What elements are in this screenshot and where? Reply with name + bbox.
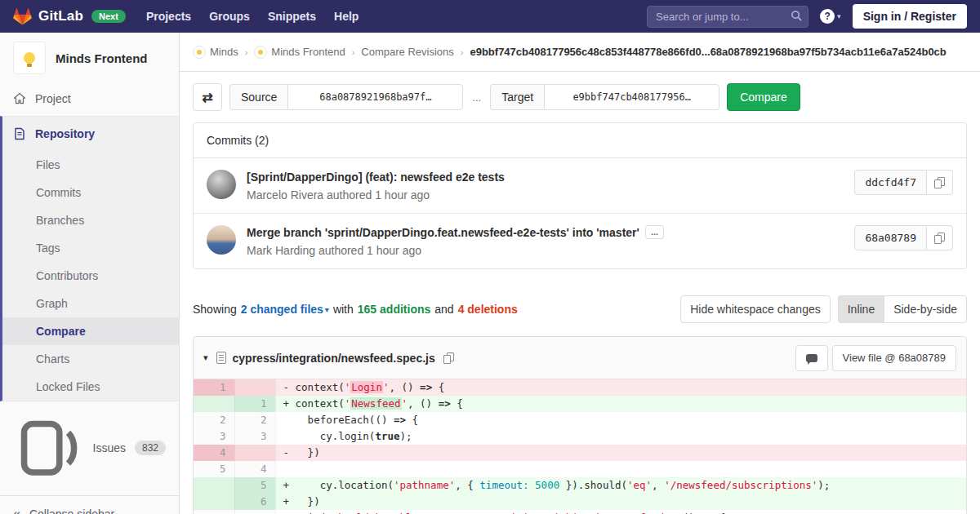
breadcrumb-item-compare-revisions[interactable]: Compare Revisions xyxy=(361,46,453,58)
side-by-side-view-button[interactable]: Side-by-side xyxy=(884,295,967,323)
changed-files-dropdown[interactable]: 2 changed files xyxy=(241,303,323,316)
main-content: Minds›Minds Frontend›Compare Revisions›e… xyxy=(180,33,980,514)
commit-expander-button[interactable]: ... xyxy=(645,225,664,239)
showing-label: Showing xyxy=(193,303,237,316)
commit-sha: 68a08789 xyxy=(854,225,927,250)
search-input[interactable] xyxy=(647,6,808,28)
sidebar-item-project[interactable]: Project xyxy=(0,82,179,116)
code-segment: ); xyxy=(817,479,830,491)
commit-sha-group: ddcfd4f7 xyxy=(854,170,953,195)
diff-line-number-new[interactable]: 5 xyxy=(234,477,275,494)
diff-line-code: it('should be able to post an activity w… xyxy=(275,510,966,514)
nav-link-groups[interactable]: Groups xyxy=(200,0,259,33)
sidebar-item-tags[interactable]: Tags xyxy=(2,234,179,262)
sidebar-item-commits[interactable]: Commits xyxy=(2,179,179,206)
diff-mode-toggle: Inline Side-by-side xyxy=(838,295,967,323)
code-segment: => xyxy=(420,381,432,393)
target-ref-input[interactable] xyxy=(544,84,719,110)
sidebar-item-files[interactable]: Files xyxy=(2,151,179,179)
breadcrumb-avatar-icon xyxy=(193,46,206,59)
sidebar-item-graph[interactable]: Graph xyxy=(2,290,179,317)
top-navbar: GitLab Next ProjectsGroupsSnippetsHelp ?… xyxy=(0,0,980,33)
sidebar-item-contributors[interactable]: Contributors xyxy=(2,262,179,290)
nav-link-help[interactable]: Help xyxy=(325,0,368,33)
diff-line-number-new[interactable]: 2 xyxy=(234,412,275,428)
sidebar-item-locked-files[interactable]: Locked Files xyxy=(2,373,179,401)
commits-panel: Commits (2) [Sprint/DapperDingo] (feat):… xyxy=(193,122,967,269)
diff-line-number-new[interactable] xyxy=(234,379,275,396)
diff-line-number-old[interactable] xyxy=(194,494,234,510)
diff-line-number-new[interactable] xyxy=(234,445,275,461)
nav-link-snippets[interactable]: Snippets xyxy=(259,0,325,33)
repository-subitems: FilesCommitsBranchesTagsContributorsGrap… xyxy=(2,151,179,401)
diff-line-number-new[interactable]: 7 xyxy=(234,510,275,514)
code-segment: { xyxy=(451,397,463,410)
copy-sha-button[interactable] xyxy=(927,170,953,195)
project-name: Minds Frontend xyxy=(56,51,148,65)
project-context-header[interactable]: Minds Frontend xyxy=(0,33,179,82)
search-icon[interactable] xyxy=(791,10,803,22)
sidebar-item-charts[interactable]: Charts xyxy=(2,345,179,373)
copy-file-path-icon[interactable] xyxy=(443,352,454,364)
diff-line-number-old[interactable]: 4 xyxy=(194,445,234,461)
document-icon xyxy=(13,127,26,140)
chevron-down-icon[interactable]: ▾ xyxy=(325,305,329,314)
sidebar-item-repository[interactable]: Repository xyxy=(2,117,179,151)
commit-title-link[interactable]: Merge branch 'sprint/DapperDingo.feat.ne… xyxy=(247,226,639,239)
gitlab-logo[interactable]: GitLab Next xyxy=(13,7,126,25)
code-segment: ); xyxy=(400,430,412,442)
diff-line-number-new[interactable]: 3 xyxy=(234,428,275,445)
diff-line-number-old[interactable]: 3 xyxy=(194,428,234,445)
compare-button[interactable]: Compare xyxy=(727,83,800,111)
toggle-comments-button[interactable] xyxy=(795,345,828,371)
swap-revisions-button[interactable]: ⇄ xyxy=(193,83,222,111)
help-menu[interactable]: ? ▾ xyxy=(820,9,841,24)
diff-line-number-old[interactable] xyxy=(194,396,234,412)
diff-line-code: cy.login(true); xyxy=(275,428,966,445)
avatar xyxy=(207,225,236,255)
sidebar-item-branches[interactable]: Branches xyxy=(2,206,179,234)
file-icon xyxy=(216,352,226,364)
commit-title-link[interactable]: [Sprint/DapperDingo] (feat): newsfeed e2… xyxy=(247,171,505,184)
diff-line-number-old[interactable]: 6 xyxy=(194,510,234,514)
diff-line-number-old[interactable]: 5 xyxy=(194,461,234,477)
chevron-down-icon: ▾ xyxy=(837,12,841,20)
diff-summary-bar: Showing 2 changed files ▾ with 165 addit… xyxy=(193,295,967,323)
sidebar-item-compare[interactable]: Compare xyxy=(2,317,179,345)
diff-line-number-old[interactable] xyxy=(194,477,234,494)
chevron-right-icon: › xyxy=(461,47,464,57)
deletions-count: 4 deletions xyxy=(458,303,518,316)
code-segment: + }) xyxy=(283,495,320,507)
compare-revisions-form: ⇄ Source ... Target Compare xyxy=(193,83,967,111)
breadcrumb-item-minds[interactable]: Minds xyxy=(193,46,238,59)
diff-line-number-new[interactable]: 4 xyxy=(234,461,275,477)
diff-line-number-old[interactable]: 2 xyxy=(194,412,234,428)
copy-sha-button[interactable] xyxy=(927,225,953,250)
collapse-sidebar-button[interactable]: « Collapse sidebar xyxy=(0,495,179,514)
commit-author-meta: Marcelo Rivera authored 1 hour ago xyxy=(247,188,854,202)
inline-view-button[interactable]: Inline xyxy=(838,295,884,323)
signin-register-button[interactable]: Sign in / Register xyxy=(853,4,967,29)
collapse-diff-icon[interactable]: ▾ xyxy=(203,352,208,363)
issues-icon xyxy=(13,413,84,484)
and-label: and xyxy=(434,303,453,316)
issues-count-badge: 832 xyxy=(135,441,166,455)
search-box xyxy=(647,6,808,28)
nav-link-projects[interactable]: Projects xyxy=(137,0,200,33)
diff-line-number-new[interactable]: 6 xyxy=(234,494,275,510)
diff-file-path[interactable]: cypress/integration/newsfeed.spec.js xyxy=(233,352,435,365)
sidebar-item-issues[interactable]: Issues 832 xyxy=(0,401,179,495)
code-segment: 5000 xyxy=(535,479,559,491)
diff-line-number-new[interactable]: 1 xyxy=(234,396,275,412)
commit-sha-group: 68a08789 xyxy=(854,225,953,250)
diff-line-number-old[interactable]: 1 xyxy=(194,379,234,396)
breadcrumb-item-minds-frontend[interactable]: Minds Frontend xyxy=(254,46,345,59)
hide-whitespace-button[interactable]: Hide whitespace changes xyxy=(680,295,831,323)
source-ref-input[interactable] xyxy=(287,84,463,110)
commit-row: [Sprint/DapperDingo] (feat): newsfeed e2… xyxy=(194,158,966,213)
view-file-button[interactable]: View file @ 68a08789 xyxy=(832,345,956,371)
code-segment: , () xyxy=(389,381,420,393)
source-label: Source xyxy=(229,84,287,110)
with-label: with xyxy=(333,303,354,316)
diff-file-header: ▾ cypress/integration/newsfeed.spec.js V… xyxy=(194,337,966,379)
